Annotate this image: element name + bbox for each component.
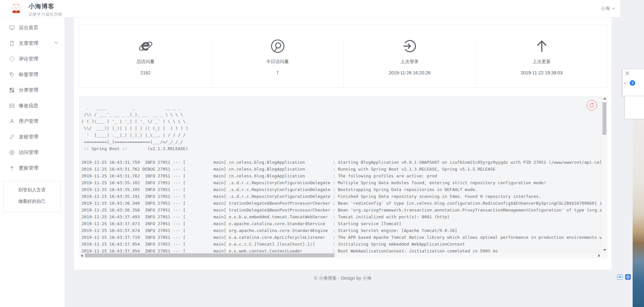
- site-title: 小海博客: [29, 2, 62, 11]
- stat-last-update: 上次更新 2019-11-22 19:39:03: [476, 25, 608, 87]
- scroll-left-arrow-icon[interactable]: [81, 254, 83, 257]
- top-header: 小海博客 记录学习成长历程 小海: [0, 0, 644, 18]
- scroll-right-arrow-icon[interactable]: [598, 254, 600, 257]
- stat-value: 7: [276, 70, 279, 75]
- admin-dashboard: 小海博客 记录学习成长历程 小海 后台首页 文章管理: [0, 0, 644, 307]
- tag-icon: [9, 72, 15, 77]
- stat-value: 2019-11-26 16:20:26: [389, 70, 431, 75]
- grid-icon: [9, 87, 15, 93]
- sidebar-item-label: 友链管理: [19, 134, 38, 140]
- user-name: 小海: [601, 6, 610, 12]
- console-log: . ____ _ __ _ _ /\\ / ___'_ __ _ _(_)_ _…: [79, 96, 602, 254]
- stat-label: 上次更新: [533, 59, 551, 65]
- stat-last-login: 上次登录 2019-11-26 16:20:26: [344, 25, 476, 87]
- stat-today-visits: 今日访问量 7: [212, 25, 344, 87]
- popup-controls: ?: [623, 80, 635, 86]
- sidebar-item-users[interactable]: 用户管理: [0, 113, 65, 129]
- sidebar-item-label: 后台首页: [19, 25, 38, 31]
- id-card-icon: [9, 103, 15, 109]
- sidebar-item-label: 更新管理: [19, 165, 38, 171]
- main-panel: 总访问量 2162 今日访问量 7 上次登录 2019-11-26 16:2: [74, 17, 612, 270]
- app-icon[interactable]: [625, 274, 631, 280]
- horizontal-scroll-thumb[interactable]: [85, 253, 334, 257]
- brand-block: 小海博客 记录学习成长历程: [29, 2, 62, 17]
- scroll-down-arrow-icon[interactable]: [603, 249, 606, 251]
- sidebar-item-label: 分类管理: [19, 87, 38, 93]
- footer-copyright: © 小海博客 - Design by 小海: [74, 275, 612, 281]
- user-icon: [9, 119, 15, 124]
- sidebar-item-friend-links[interactable]: 友链管理: [0, 129, 65, 145]
- sidebar-item-comments[interactable]: 评论管理: [0, 51, 65, 67]
- refresh-icon: [589, 102, 595, 108]
- chevron-down-icon: [55, 42, 58, 44]
- stat-value: 2019-11-22 19:39:03: [521, 70, 563, 75]
- login-icon: [402, 39, 417, 54]
- scroll-up-arrow-icon[interactable]: [603, 97, 606, 99]
- link-icon: [9, 134, 15, 140]
- site-logo-avatar: [11, 3, 22, 14]
- cat-mascot-icon: [11, 3, 22, 14]
- sidebar-item-label: 访问管理: [19, 149, 38, 156]
- popup-close-button[interactable]: [625, 71, 629, 75]
- sidebar-item-label: 标签管理: [19, 71, 38, 78]
- sidebar-item-visits[interactable]: 访问管理: [0, 145, 65, 160]
- help-button[interactable]: ?: [630, 80, 635, 86]
- vertical-scrollbar[interactable]: [601, 96, 607, 253]
- monitor-icon: [9, 25, 15, 31]
- app-icon[interactable]: [617, 274, 623, 280]
- quote-line: 别管别人言语: [4, 187, 60, 193]
- sidebar-item-label: 评论管理: [19, 56, 38, 62]
- comment-icon: [9, 56, 15, 62]
- sidebar-item-profile-edit[interactable]: 修改信息: [0, 98, 65, 113]
- chevron-down-icon[interactable]: [623, 82, 627, 84]
- stat-value: 2162: [140, 70, 151, 75]
- sidebar-item-dashboard[interactable]: 后台首页: [0, 20, 65, 35]
- stat-total-visits: 总访问量 2162: [79, 25, 212, 87]
- site-subtitle: 记录学习成长历程: [29, 12, 62, 17]
- browser-icon: [9, 150, 15, 155]
- document-icon: [9, 41, 15, 46]
- chevron-down-icon: [612, 7, 615, 10]
- stat-label: 上次登录: [401, 59, 419, 65]
- sidebar-item-updates[interactable]: 更新管理: [0, 160, 65, 176]
- floating-popup-panel: ?: [622, 69, 644, 96]
- refresh-log-button[interactable]: [587, 100, 597, 110]
- sidebar-menu: 后台首页 文章管理 评论管理: [0, 17, 65, 176]
- update-arrow-icon: [534, 39, 549, 54]
- desktop-wallpaper-strip: [633, 96, 644, 307]
- sidebar-item-tags[interactable]: 标签管理: [0, 67, 65, 82]
- stats-card: 总访问量 2162 今日访问量 7 上次登录 2019-11-26 16:2: [79, 25, 607, 88]
- log-console[interactable]: . ____ _ __ _ _ /\\ / ___'_ __ _ _(_)_ _…: [79, 96, 607, 258]
- stat-label: 总访问量: [137, 59, 155, 65]
- quote-line: 做最好的自己: [4, 198, 60, 204]
- sidebar-nav: 后台首页 文章管理 评论管理: [0, 17, 65, 307]
- stat-label: 今日访问量: [266, 59, 289, 65]
- sidebar-item-label: 用户管理: [19, 118, 38, 124]
- arrow-up-icon: [9, 165, 15, 171]
- popup-input-box[interactable]: [625, 96, 644, 119]
- sidebar-quote: 别管别人言语 做最好的自己: [3, 181, 61, 212]
- sidebar-item-categories[interactable]: 分类管理: [0, 82, 65, 98]
- sidebar-item-label: 修改信息: [19, 103, 38, 109]
- vertical-scroll-thumb[interactable]: [602, 102, 606, 135]
- help-label: ?: [631, 81, 634, 85]
- horizontal-scrollbar[interactable]: [79, 252, 602, 258]
- browser-edge-gap: [620, 0, 644, 69]
- chrome-browser-icon: [270, 39, 285, 54]
- close-icon: [625, 71, 629, 75]
- edge-app-icons: [617, 274, 631, 280]
- user-dropdown[interactable]: 小海: [601, 0, 615, 17]
- ie-browser-icon: [138, 39, 153, 54]
- sidebar-item-articles[interactable]: 文章管理: [0, 35, 65, 51]
- sidebar-item-label: 文章管理: [19, 40, 38, 46]
